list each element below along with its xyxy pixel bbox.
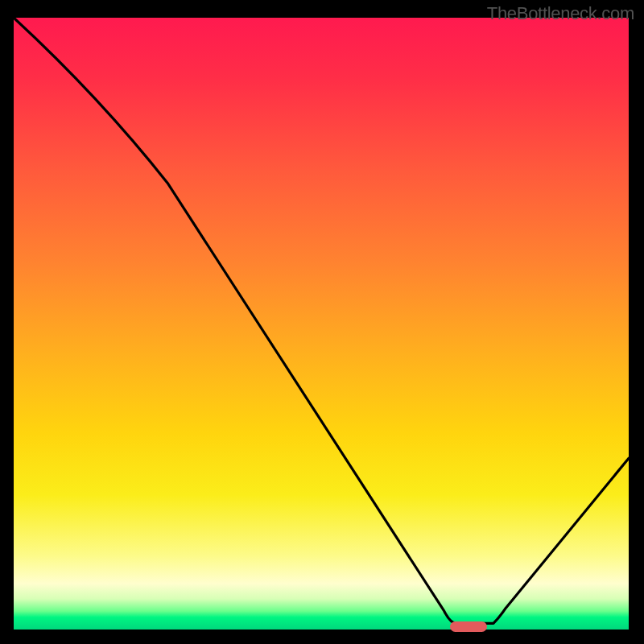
optimal-marker: [450, 621, 487, 632]
watermark-text: TheBottleneck.com: [487, 3, 634, 24]
chart-gradient-background: [14, 18, 629, 630]
